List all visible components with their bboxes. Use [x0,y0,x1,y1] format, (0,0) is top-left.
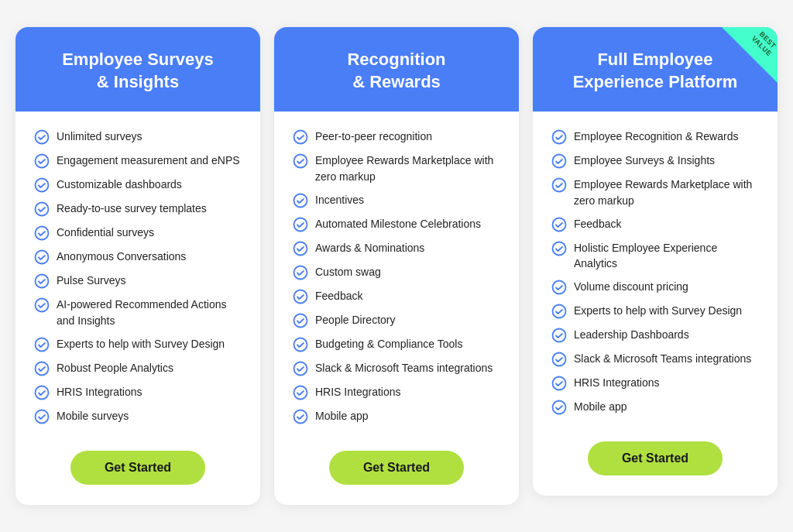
feature-text: Custom swag [315,264,381,280]
feature-text: Anonymous Conversations [57,249,186,264]
svg-point-30 [553,305,566,318]
feature-text: Engagement measurement and eNPS [57,153,240,168]
feature-text: Experts to help with Survey Design [574,303,742,318]
svg-point-9 [36,362,49,375]
feature-text: Holistic Employee Experience Analytics [574,240,759,272]
svg-point-19 [294,314,307,327]
card-header-recognition: Recognition& Rewards [274,27,519,112]
list-item: Experts to help with Survey Design [551,303,759,319]
list-item: Unlimited surveys [34,129,242,145]
feature-text: HRIS Integrations [315,384,401,400]
feature-text: Feedback [315,288,362,304]
get-started-button-surveys[interactable]: Get Started [70,451,205,485]
svg-point-32 [553,353,566,366]
list-item: Confidential surveys [34,225,242,241]
best-value-text: BESTVALUE [750,29,778,58]
card-title-surveys: Employee Surveys& Insights [31,49,245,93]
feature-list-full: Employee Recognition & Rewards Employee … [551,129,759,415]
list-item: Employee Rewards Marketplace with zero m… [293,153,500,184]
card-footer-surveys: Get Started [15,438,260,505]
feature-text: Employee Surveys & Insights [574,153,715,168]
pricing-card-full: BESTVALUEFull EmployeeExperience Platfor… [533,27,778,496]
feature-text: Experts to help with Survey Design [57,336,225,352]
feature-text: Incentives [315,192,364,208]
feature-text: Pulse Surveys [57,273,125,288]
svg-point-10 [36,386,49,399]
feature-text: HRIS Integrations [574,375,660,390]
svg-point-29 [553,281,566,294]
feature-list-surveys: Unlimited surveys Engagement measurement… [34,129,242,424]
list-item: Peer-to-peer recognition [293,129,500,145]
list-item: Awards & Nominations [293,240,500,256]
best-value-badge: BESTVALUE [722,27,778,83]
feature-text: Employee Recognition & Rewards [574,129,738,144]
feature-text: Budgeting & Compliance Tools [315,336,462,352]
list-item: Holistic Employee Experience Analytics [551,240,759,272]
feature-text: Automated Milestone Celebrations [315,216,481,232]
svg-point-17 [294,266,307,279]
card-header-surveys: Employee Surveys& Insights [15,27,260,112]
svg-point-25 [553,155,566,168]
svg-point-20 [294,338,307,351]
svg-point-27 [553,218,566,231]
feature-text: Mobile surveys [57,408,129,424]
svg-point-8 [36,338,49,351]
list-item: HRIS Integrations [34,384,242,400]
list-item: People Directory [293,312,500,328]
list-item: Custom swag [293,264,500,280]
feature-text: Confidential surveys [57,225,154,240]
feature-text: Robust People Analytics [57,360,173,376]
list-item: Employee Recognition & Rewards [551,129,759,145]
svg-point-12 [294,131,307,144]
list-item: Mobile app [551,399,759,415]
svg-point-1 [36,155,49,168]
svg-point-11 [36,410,49,423]
feature-text: Unlimited surveys [57,129,142,144]
svg-point-15 [294,218,307,231]
svg-point-28 [553,242,566,255]
feature-text: Awards & Nominations [315,240,424,256]
svg-point-31 [553,329,566,342]
list-item: Anonymous Conversations [34,249,242,265]
svg-point-18 [294,290,307,303]
list-item: Mobile surveys [34,408,242,424]
feature-text: Ready-to-use survey templates [57,201,207,216]
feature-text: Peer-to-peer recognition [315,129,432,144]
svg-point-5 [36,251,49,264]
list-item: Automated Milestone Celebrations [293,216,500,232]
feature-text: HRIS Integrations [57,384,142,400]
svg-point-21 [294,362,307,375]
list-item: Feedback [551,216,759,232]
svg-point-3 [36,203,49,216]
list-item: Ready-to-use survey templates [34,201,242,217]
list-item: Robust People Analytics [34,360,242,376]
feature-text: People Directory [315,312,396,328]
svg-point-7 [36,299,49,312]
feature-text: Customizable dashboards [57,177,182,192]
svg-point-14 [294,194,307,207]
card-body-full: Employee Recognition & Rewards Employee … [533,112,778,429]
svg-point-22 [294,386,307,399]
card-footer-full: Get Started [533,429,778,496]
svg-point-34 [553,401,566,414]
list-item: Feedback [293,288,500,304]
pricing-card-recognition: Recognition& Rewards Peer-to-peer recogn… [274,27,519,505]
svg-point-2 [36,179,49,192]
card-body-surveys: Unlimited surveys Engagement measurement… [15,112,260,438]
list-item: Engagement measurement and eNPS [34,153,242,169]
svg-point-26 [553,179,566,192]
list-item: Experts to help with Survey Design [34,336,242,352]
svg-point-16 [294,242,307,255]
list-item: Employee Surveys & Insights [551,153,759,169]
get-started-button-full[interactable]: Get Started [588,441,723,475]
feature-text: Employee Rewards Marketplace with zero m… [315,153,500,184]
feature-text: Slack & Microsoft Teams integrations [315,360,493,376]
feature-text: Mobile app [315,408,369,424]
list-item: Customizable dashboards [34,177,242,193]
feature-text: Volume discount pricing [574,279,688,294]
svg-point-4 [36,227,49,240]
list-item: Slack & Microsoft Teams integrations [551,351,759,367]
list-item: Budgeting & Compliance Tools [293,336,500,352]
get-started-button-recognition[interactable]: Get Started [329,451,464,485]
feature-text: AI-powered Recommended Actions and Insig… [57,297,242,328]
